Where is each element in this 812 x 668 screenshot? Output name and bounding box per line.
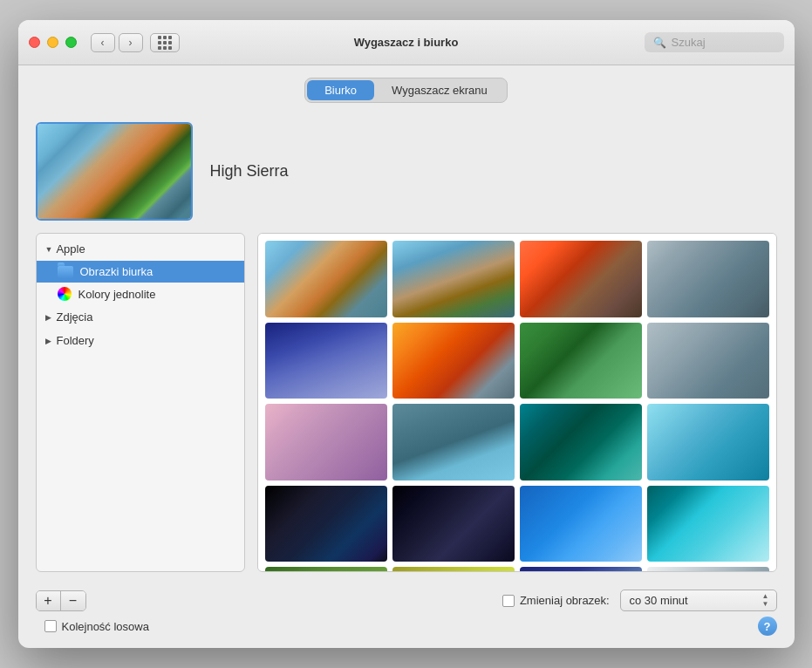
sidebar-item-label: Obrazki biurka (80, 265, 154, 278)
wallpaper-item[interactable] (520, 404, 642, 481)
wallpaper-item[interactable] (647, 567, 769, 572)
wallpaper-item[interactable] (520, 567, 642, 572)
triangle-right-icon: ▶ (45, 313, 51, 322)
wallpaper-item[interactable] (265, 486, 387, 562)
wallpaper-item[interactable] (520, 241, 642, 317)
wallpaper-item[interactable] (392, 486, 515, 562)
back-button[interactable]: ‹ (91, 33, 115, 52)
wallpaper-item[interactable] (520, 323, 642, 399)
main-content: High Sierra ▼ Apple Obrazki biurka Kolor… (18, 113, 795, 581)
wallpaper-item[interactable] (265, 567, 387, 572)
preview-thumbnail (36, 122, 193, 221)
sidebar: ▼ Apple Obrazki biurka Kolory jednolite … (36, 233, 245, 572)
bottom-footer: Kolejność losowa ? (18, 617, 795, 648)
tab-biurko[interactable]: Biurko (307, 80, 374, 100)
sidebar-group-zdjecia[interactable]: ▶ Zdjęcia (37, 305, 244, 329)
wallpaper-grid-container (257, 233, 777, 572)
interval-value: co 30 minut (630, 594, 757, 607)
down-arrow-icon: ▼ (762, 601, 769, 608)
preview-area: High Sierra (36, 113, 777, 233)
forward-button[interactable]: › (119, 33, 143, 52)
close-button[interactable] (29, 37, 40, 48)
wallpaper-item[interactable] (392, 323, 515, 399)
change-image-label: Zmieniaj obrazek: (520, 594, 610, 607)
preview-image (38, 124, 191, 219)
random-order-label: Kolejność losowa (62, 620, 149, 633)
minimize-button[interactable] (47, 37, 58, 48)
wallpaper-grid (265, 241, 769, 572)
sidebar-item-kolory-jednolite[interactable]: Kolory jednolite (37, 283, 244, 305)
sidebar-group-label: Apple (56, 242, 85, 256)
window-title: Wygaszacz i biurko (354, 36, 459, 49)
wallpaper-item[interactable] (392, 241, 515, 317)
back-icon: ‹ (101, 37, 105, 49)
triangle-down-icon: ▼ (45, 245, 53, 254)
search-bar[interactable]: 🔍 Szukaj (645, 32, 784, 52)
grid-icon (158, 36, 172, 50)
nav-buttons: ‹ › (91, 33, 143, 52)
wallpaper-item[interactable] (520, 486, 642, 562)
segmented-control: Biurko Wygaszacz ekranu (304, 78, 508, 103)
maximize-button[interactable] (65, 37, 77, 48)
titlebar: ‹ › Wygaszacz i biurko 🔍 Szukaj (18, 20, 795, 65)
random-order-checkbox[interactable] (44, 620, 57, 632)
split-area: ▼ Apple Obrazki biurka Kolory jednolite … (36, 233, 777, 581)
wallpaper-item[interactable] (392, 404, 515, 481)
sidebar-item-obrazki-biurka[interactable]: Obrazki biurka (37, 261, 244, 283)
search-placeholder: Szukaj (672, 36, 706, 49)
wallpaper-item[interactable] (647, 486, 769, 562)
search-icon: 🔍 (653, 37, 666, 49)
remove-button[interactable]: − (61, 591, 85, 610)
add-remove-buttons: + − (36, 590, 86, 611)
sidebar-expandable-label: Zdjęcia (57, 310, 93, 324)
triangle-right-icon: ▶ (45, 337, 51, 345)
forward-icon: › (129, 37, 133, 49)
wallpaper-item[interactable] (265, 241, 387, 317)
dropdown-arrows-icon: ▲ ▼ (762, 593, 769, 608)
traffic-lights (29, 37, 77, 48)
color-wheel-icon (58, 287, 72, 301)
change-image-checkbox-label[interactable]: Zmieniaj obrazek: (502, 594, 610, 607)
wallpaper-name: High Sierra (210, 162, 289, 181)
grid-view-button[interactable] (150, 33, 180, 52)
random-order-checkbox-label[interactable]: Kolejność losowa (36, 620, 149, 633)
help-button[interactable]: ? (758, 617, 777, 636)
change-image-checkbox[interactable] (502, 595, 515, 607)
wallpaper-item[interactable] (647, 404, 769, 481)
segmented-area: Biurko Wygaszacz ekranu (18, 65, 795, 113)
up-arrow-icon: ▲ (762, 593, 769, 600)
sidebar-group-apple[interactable]: ▼ Apple (37, 237, 244, 261)
sidebar-group-foldery[interactable]: ▶ Foldery (37, 329, 244, 352)
wallpaper-item[interactable] (647, 241, 769, 317)
tab-wygaszacz[interactable]: Wygaszacz ekranu (374, 80, 505, 100)
main-window: ‹ › Wygaszacz i biurko 🔍 Szukaj Biurko W… (18, 20, 795, 648)
sidebar-expandable-label: Foldery (57, 334, 94, 347)
bottom-bar: + − Zmieniaj obrazek: co 30 minut ▲ ▼ (18, 581, 795, 617)
add-button[interactable]: + (37, 591, 61, 610)
wallpaper-item[interactable] (265, 404, 387, 481)
interval-dropdown[interactable]: co 30 minut ▲ ▼ (620, 590, 777, 611)
wallpaper-item[interactable] (647, 323, 769, 399)
wallpaper-item[interactable] (392, 567, 515, 572)
sidebar-item-label: Kolory jednolite (78, 288, 156, 301)
folder-icon (58, 266, 73, 278)
wallpaper-item[interactable] (265, 323, 387, 399)
